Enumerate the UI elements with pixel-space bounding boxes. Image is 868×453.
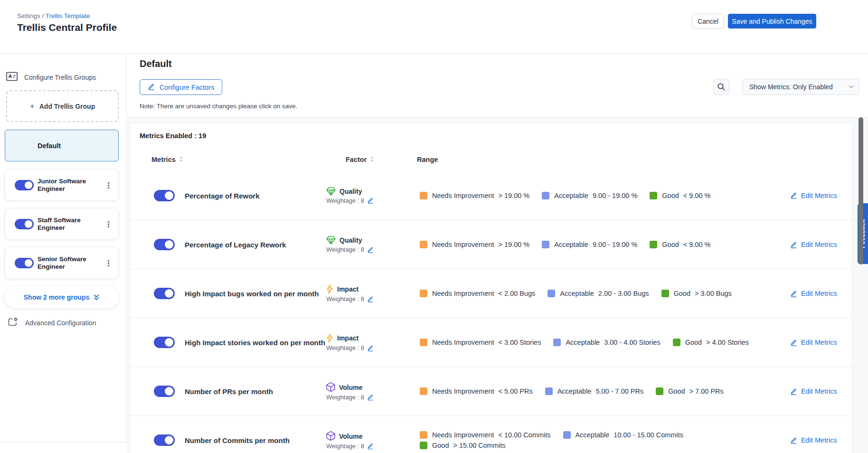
group-label: Senior Software Engineer <box>38 255 98 271</box>
metric-enable-toggle[interactable] <box>154 434 175 446</box>
range-level-label: Good <box>662 241 679 248</box>
edit-metrics-link[interactable]: Edit Metrics <box>790 241 837 248</box>
cube-icon <box>326 382 335 392</box>
metric-enable-toggle[interactable] <box>154 190 175 201</box>
metrics-rows: Percentage of Rework <box>130 171 853 453</box>
range-chip: Acceptable 10.00 - 15.00 Commits <box>563 431 683 439</box>
sort-icon[interactable] <box>179 156 183 163</box>
range-value: 9.00 - 19.00 % <box>593 192 637 199</box>
range-value: < 2.00 Bugs <box>499 290 536 297</box>
range-color-swatch <box>420 387 427 395</box>
configure-factors-button[interactable]: Configure Factors <box>140 79 222 95</box>
show-metrics-dropdown[interactable]: Show Metrics: Only Enabled <box>742 79 859 95</box>
kebab-menu-icon[interactable]: ⋮ <box>104 259 113 267</box>
lightning-icon <box>326 333 333 343</box>
search-button[interactable] <box>713 79 729 95</box>
vertical-scrollbar-thumb[interactable] <box>859 117 863 264</box>
group-enable-toggle[interactable] <box>15 219 34 229</box>
range-color-swatch <box>420 192 427 199</box>
main-content: Default Configure Factors Note: There ar… <box>127 54 868 453</box>
table-row: High Impact bugs worked on per month <box>130 269 853 318</box>
show-more-groups-button[interactable]: Show 2 more groups <box>5 286 119 308</box>
factor-name: Impact <box>337 285 359 293</box>
advanced-configuration-label: Advanced Configuration <box>25 319 96 327</box>
range-level-label: Acceptable <box>566 339 600 346</box>
kebab-menu-icon[interactable]: ⋮ <box>104 220 113 228</box>
edit-pencil-icon <box>790 437 797 444</box>
cancel-button[interactable]: Cancel <box>692 14 724 28</box>
column-header-metrics[interactable]: Metrics <box>151 156 183 163</box>
factor-name: Quality <box>340 188 362 195</box>
range-chip: Needs Improvement < 2.00 Bugs <box>420 290 535 297</box>
range-color-swatch <box>553 339 561 346</box>
range-level-label: Acceptable <box>560 290 594 297</box>
factor-name: Volume <box>339 432 363 440</box>
edit-metrics-link[interactable]: Edit Metrics <box>790 192 837 199</box>
weightage-label: Weightage : 8 <box>326 443 364 450</box>
breadcrumb-trellis-template[interactable]: Trellis Template <box>46 12 90 19</box>
factor-cell: Volume Weightage : 8 <box>326 382 374 401</box>
edit-pencil-icon[interactable] <box>367 296 374 302</box>
toggle-knob <box>25 181 32 189</box>
range-chip: Good > 7.00 PRs <box>656 387 724 395</box>
group-enable-toggle[interactable] <box>15 258 34 268</box>
add-trellis-group-button[interactable]: + Add Trellis Group <box>6 90 119 122</box>
table-row: Percentage of Legacy Rework <box>130 220 853 269</box>
range-chip: Needs Improvement < 10.00 Commits <box>420 431 551 439</box>
range-color-swatch <box>656 387 663 395</box>
column-factor-label: Factor <box>346 156 367 163</box>
group-enable-toggle[interactable] <box>15 180 34 190</box>
range-color-swatch <box>661 290 669 297</box>
advanced-configuration-link[interactable]: Advanced Configuration <box>8 317 96 329</box>
kebab-menu-icon[interactable]: ⋮ <box>104 181 113 189</box>
edit-metrics-link[interactable]: Edit Metrics <box>790 387 837 395</box>
range-cell: Needs Improvement < 10.00 Commits Accept… <box>420 431 764 449</box>
edit-pencil-icon <box>790 192 797 199</box>
range-value: > 15.00 Commits <box>453 442 505 449</box>
edit-metrics-label: Edit Metrics <box>801 192 837 199</box>
range-level-label: Needs Improvement <box>432 431 494 439</box>
column-header-factor[interactable]: Factor <box>346 156 374 163</box>
edit-metrics-link[interactable]: Edit Metrics <box>790 436 837 444</box>
range-color-swatch <box>542 241 549 248</box>
range-level-label: Needs Improvement <box>432 241 494 248</box>
range-color-swatch <box>563 431 571 439</box>
edit-pencil-icon[interactable] <box>367 443 374 449</box>
edit-pencil-icon <box>790 388 797 395</box>
range-chip: Acceptable 3.00 - 4.00 Stories <box>553 339 660 346</box>
metric-enable-toggle[interactable] <box>154 288 175 299</box>
edit-pencil-icon[interactable] <box>367 197 374 204</box>
metric-enable-toggle[interactable] <box>154 337 175 348</box>
id-card-icon <box>6 72 18 83</box>
sort-icon[interactable] <box>370 156 374 163</box>
edit-metrics-link[interactable]: Edit Metrics <box>790 339 837 346</box>
edit-pencil-icon[interactable] <box>367 394 374 400</box>
gem-icon <box>326 236 336 245</box>
metric-enable-toggle[interactable] <box>154 386 175 397</box>
edit-pencil-icon[interactable] <box>367 345 374 351</box>
column-range-label: Range <box>417 156 438 163</box>
range-cell: Needs Improvement > 19.00 % Acceptable 9… <box>420 241 764 248</box>
sidebar-group-card[interactable]: Senior Software Engineer ⋮ <box>5 247 119 279</box>
edit-metrics-label: Edit Metrics <box>801 387 837 395</box>
sidebar-item-default[interactable]: Default <box>5 130 119 161</box>
range-chip: Acceptable 5.00 - 7.00 PRs <box>545 387 644 395</box>
range-value: < 9.00 % <box>683 192 711 199</box>
edit-pencil-icon[interactable] <box>367 246 374 253</box>
breadcrumb-settings[interactable]: Settings <box>17 12 40 19</box>
edit-metrics-label: Edit Metrics <box>801 290 837 297</box>
range-chip: Needs Improvement > 19.00 % <box>420 241 529 248</box>
toggle-knob <box>165 436 173 444</box>
sidebar-group-card[interactable]: Junior Software Engineer ⋮ <box>5 169 119 201</box>
factor-cell: Volume Weightage : 8 <box>326 431 374 450</box>
show-more-groups-label: Show 2 more groups <box>24 293 89 301</box>
edit-metrics-link[interactable]: Edit Metrics <box>790 290 837 297</box>
metric-enable-toggle[interactable] <box>154 239 175 250</box>
sidebar-group-card[interactable]: Staff Software Engineer ⋮ <box>5 208 119 240</box>
range-chip: Needs Improvement < 3.00 Stories <box>420 339 541 346</box>
metric-name: Percentage of Legacy Rework <box>185 241 286 249</box>
main-body: Metrics Enabled : 19 Metrics Factor Rang… <box>127 117 868 453</box>
save-and-publish-button[interactable]: Save and Publish Changes <box>728 14 816 28</box>
toggle-knob <box>25 220 32 228</box>
range-value: > 4.00 Stories <box>706 339 749 346</box>
